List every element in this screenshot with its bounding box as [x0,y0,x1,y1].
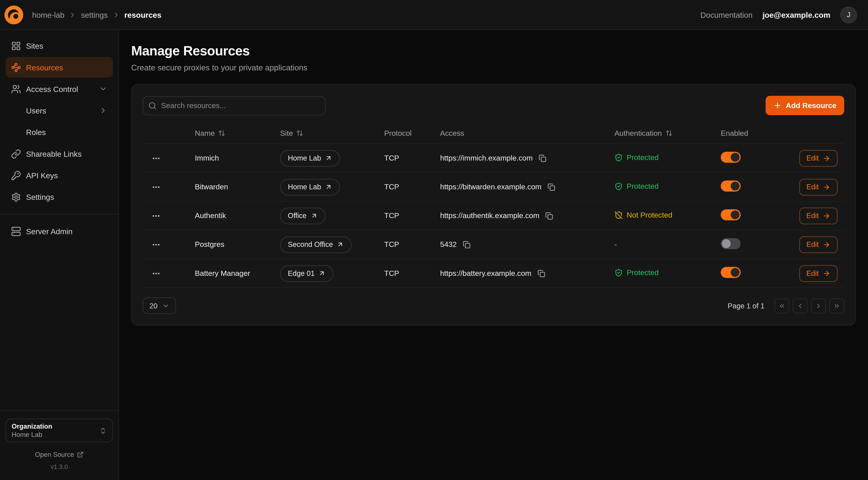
enabled-toggle[interactable] [721,152,741,163]
chevron-right-icon [69,11,77,19]
enabled-toggle[interactable] [721,267,741,278]
chevron-right-icon [112,11,120,19]
row-actions-button[interactable] [150,238,163,251]
copy-button[interactable] [462,239,472,249]
edit-button[interactable]: Edit [799,207,837,224]
copy-icon [539,154,547,162]
site-link-button[interactable]: Second Office [280,236,352,253]
arrow-right-icon [823,241,830,248]
edit-button[interactable]: Edit [799,236,837,253]
edit-button[interactable]: Edit [799,265,837,281]
resource-name: Bitwarden [195,183,280,191]
topbar-left: home-lab settings resources [4,5,161,24]
page-size-value: 20 [150,302,157,310]
auth-status: Not Protected [615,211,673,219]
site-link-button[interactable]: Office [280,207,326,224]
row-actions-button[interactable] [150,209,163,222]
copy-icon [546,212,553,219]
access-value: https://battery.example.com [440,269,531,277]
edit-label: Edit [806,183,819,191]
copy-button[interactable] [547,182,556,192]
copy-button[interactable] [544,211,554,221]
first-page-button[interactable] [774,298,789,313]
pangolin-logo-icon [4,5,23,24]
sidebar-bottom: Organization Home Lab Open Source v1.3.0 [0,410,119,475]
sidebar-item-users[interactable]: Users [6,100,113,121]
edit-button[interactable]: Edit [799,179,837,195]
main-content: Manage Resources Create secure proxies t… [119,30,868,480]
site-link-button[interactable]: Edge 01 [280,265,334,281]
sidebar-item-roles[interactable]: Roles [6,122,113,142]
sidebar: Sites Resources Access Control Users Rol… [0,30,119,480]
column-header-authentication[interactable]: Authentication [615,129,721,138]
arrow-right-icon [823,269,830,277]
arrow-right-icon [823,183,830,191]
edit-button[interactable]: Edit [799,150,837,167]
site-name: Office [288,212,307,220]
avatar[interactable]: J [840,6,857,23]
prev-page-button[interactable] [793,298,808,313]
site-link-button[interactable]: Home Lab [280,150,340,167]
site-link-button[interactable]: Home Lab [280,179,340,195]
column-header-name[interactable]: Name [195,129,280,138]
enabled-toggle[interactable] [721,238,741,249]
users-icon [11,84,21,94]
auth-label: Protected [627,153,659,161]
chevron-right-icon [815,302,822,309]
sidebar-item-label: Shareable Links [26,149,82,158]
next-page-button[interactable] [811,298,826,313]
last-page-button[interactable] [829,298,844,313]
enabled-toggle[interactable] [721,180,741,191]
copy-icon [548,183,555,191]
sidebar-item-sites[interactable]: Sites [6,35,113,56]
shield-check-icon [615,153,623,161]
auth-status: - [615,240,617,249]
documentation-link[interactable]: Documentation [701,10,752,19]
card-toolbar: Add Resource [143,96,844,115]
resources-table: Name Site Protocol Access Authentication [143,123,844,288]
page-size-select[interactable]: 20 [143,297,176,314]
enabled-toggle[interactable] [721,209,741,220]
copy-button[interactable] [536,268,546,278]
user-email: joe@example.com [763,10,830,19]
open-source-label: Open Source [35,451,74,458]
sidebar-item-api-keys[interactable]: API Keys [6,165,113,185]
auth-label: Protected [627,182,659,190]
sidebar-item-label: Server Admin [26,227,72,236]
column-header-protocol: Protocol [384,129,440,138]
row-actions-button[interactable] [150,151,163,165]
sidebar-item-access-control[interactable]: Access Control [6,79,113,99]
copy-button[interactable] [538,153,548,163]
auth-label: Not Protected [627,211,673,219]
row-actions-button[interactable] [150,180,163,193]
breadcrumb: home-lab settings resources [32,10,161,19]
site-name: Second Office [288,240,333,249]
chevron-left-icon [797,302,804,309]
site-name: Home Lab [288,183,321,191]
breadcrumb-org[interactable]: home-lab [32,10,64,19]
pangolin-logo[interactable] [4,5,23,24]
column-header-site[interactable]: Site [280,129,384,138]
open-source-link[interactable]: Open Source [6,451,113,458]
breadcrumb-current: resources [124,10,161,19]
organization-selector[interactable]: Organization Home Lab [6,419,113,443]
table-row: Postgres Second Office TCP 5432 - [143,231,844,259]
sidebar-item-server-admin[interactable]: Server Admin [6,221,113,241]
search-input[interactable] [143,96,326,115]
shell: Sites Resources Access Control Users Rol… [0,30,868,480]
table-row: Battery Manager Edge 01 TCP https://batt… [143,259,844,288]
column-header-access: Access [440,129,615,138]
row-actions-button[interactable] [150,267,163,280]
add-resource-button[interactable]: Add Resource [766,96,844,115]
arrow-up-right-icon [310,212,317,219]
protocol-value: TCP [384,212,440,220]
auth-label: Protected [627,268,659,276]
sidebar-item-shareable-links[interactable]: Shareable Links [6,143,113,164]
sidebar-item-settings[interactable]: Settings [6,187,113,207]
edit-label: Edit [806,240,819,249]
sidebar-nav: Sites Resources Access Control Users Rol… [6,35,113,241]
breadcrumb-settings[interactable]: settings [81,10,108,19]
organization-label: Organization [11,422,52,430]
sidebar-item-resources[interactable]: Resources [6,57,113,78]
gear-icon [11,192,21,202]
